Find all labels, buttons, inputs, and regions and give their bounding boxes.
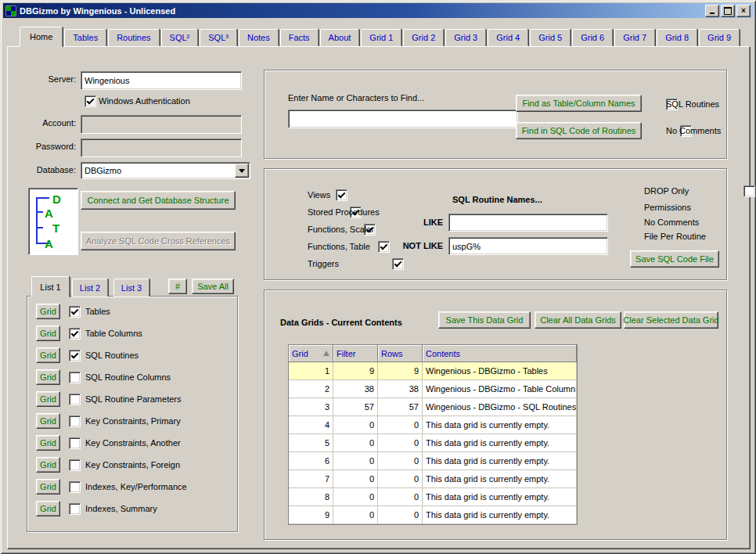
find-label: Enter Name or Characters to Find... xyxy=(288,93,424,103)
sql-routine-parameters-checkbox[interactable] xyxy=(69,394,81,405)
header-filter[interactable]: Filter xyxy=(333,345,378,362)
tab-tables[interactable]: Tables xyxy=(64,29,106,46)
password-input[interactable] xyxy=(81,138,242,157)
clear-all-data-grids-button[interactable]: Clear All Data Grids xyxy=(535,311,621,329)
triggers-label: Triggers xyxy=(308,259,339,269)
key-constraints-foreign-checkbox[interactable] xyxy=(69,459,81,471)
grid-button[interactable]: Grid xyxy=(36,326,60,341)
like-input[interactable] xyxy=(448,214,608,232)
sql-routines-checkbox[interactable] xyxy=(69,350,81,362)
table-row[interactable]: 5 0 0 This data grid is currently empty. xyxy=(289,434,577,452)
list-item-label: Key Constraints, Primary xyxy=(85,416,181,426)
tab-facts[interactable]: Facts xyxy=(280,29,319,46)
tab-list-2[interactable]: List 2 xyxy=(72,279,108,297)
tab-grid-4[interactable]: Grid 4 xyxy=(488,29,528,46)
grid-button[interactable]: Grid xyxy=(36,304,60,319)
cell-contents: This data grid is currently empty. xyxy=(423,506,577,524)
dropdown-arrow-button[interactable] xyxy=(235,164,249,178)
minimize-button[interactable] xyxy=(705,5,719,17)
table-row[interactable]: 7 0 0 This data grid is currently empty. xyxy=(289,470,577,488)
file-per-routine-label: File Per Routine xyxy=(644,232,706,242)
data-grid-table: Grid Filter Rows Contents 1 9 9 Wingenio… xyxy=(288,344,578,525)
not-like-input[interactable] xyxy=(448,237,608,255)
maximize-button[interactable] xyxy=(721,5,735,17)
server-input[interactable] xyxy=(81,71,242,90)
sort-ascending-icon xyxy=(323,351,329,356)
account-input[interactable] xyxy=(81,115,242,134)
tab-sql3[interactable]: SQL³ xyxy=(200,29,237,46)
tab-grid-2[interactable]: Grid 2 xyxy=(403,29,444,46)
tab-strip: Home Tables Routines SQL² SQL³ Notes Fac… xyxy=(20,28,741,47)
grid-button[interactable]: Grid xyxy=(36,391,60,407)
windows-auth-checkbox[interactable] xyxy=(85,95,96,107)
tab-sql2[interactable]: SQL² xyxy=(161,29,199,46)
table-row[interactable]: 1 9 9 Wingenious - DBGizmo - Tables xyxy=(289,362,577,380)
header-grid[interactable]: Grid xyxy=(289,345,333,362)
table-row[interactable]: 6 0 0 This data grid is currently empty. xyxy=(289,452,577,470)
grid-button[interactable]: Grid xyxy=(36,369,60,385)
key-constraints-another-checkbox[interactable] xyxy=(69,437,81,449)
account-label: Account: xyxy=(31,118,76,128)
save-all-button[interactable]: Save All xyxy=(192,279,234,294)
indexes-summary-checkbox[interactable] xyxy=(69,503,81,515)
table-row[interactable]: 4 0 0 This data grid is currently empty. xyxy=(289,416,577,434)
tab-grid-9[interactable]: Grid 9 xyxy=(699,29,740,46)
save-sql-code-button[interactable]: Save SQL Code File xyxy=(630,250,719,268)
like-label: LIKE xyxy=(380,218,443,228)
tab-about[interactable]: About xyxy=(320,29,360,46)
tab-grid-1[interactable]: Grid 1 xyxy=(361,29,401,46)
sql-routine-columns-checkbox[interactable] xyxy=(69,372,81,383)
windows-auth-label: Windows Authentication xyxy=(99,96,190,106)
save-this-data-grid-button[interactable]: Save This Data Grid xyxy=(438,311,531,329)
table-row[interactable]: 2 38 38 Wingenious - DBGizmo - Table Col… xyxy=(289,380,577,398)
window-title: DBGizmo by Wingenious - Unlicensed xyxy=(20,6,704,16)
indexes-key-performance-checkbox[interactable] xyxy=(69,481,81,493)
table-columns-checkbox[interactable] xyxy=(69,328,81,340)
table-row[interactable]: 3 57 57 Wingenious - DBGizmo - SQL Routi… xyxy=(289,398,577,416)
tab-home[interactable]: Home xyxy=(20,27,63,47)
database-select[interactable]: DBGizmo xyxy=(81,162,250,179)
tab-list-1[interactable]: List 1 xyxy=(31,276,70,297)
analyze-button[interactable]: Analyze SQL Code Cross References xyxy=(81,232,236,250)
cell-grid: 6 xyxy=(289,452,333,470)
find-input[interactable] xyxy=(288,110,518,128)
tab-grid-8[interactable]: Grid 8 xyxy=(657,29,697,46)
grid-button[interactable]: Grid xyxy=(36,457,60,473)
cell-filter: 38 xyxy=(333,380,378,398)
find-names-button[interactable]: Find as Table/Column Names xyxy=(516,95,642,112)
cell-rows: 0 xyxy=(378,434,423,452)
header-contents[interactable]: Contents xyxy=(423,345,577,362)
grid-button[interactable]: Grid xyxy=(36,501,60,516)
tab-notes[interactable]: Notes xyxy=(239,29,279,46)
grid-button[interactable]: Grid xyxy=(36,347,60,363)
tab-grid-5[interactable]: Grid 5 xyxy=(530,29,571,46)
views-checkbox[interactable] xyxy=(336,189,347,201)
hash-button[interactable]: # xyxy=(168,279,187,294)
grid-button[interactable]: Grid xyxy=(36,413,60,429)
grid-button[interactable]: Grid xyxy=(36,435,60,451)
triggers-checkbox[interactable] xyxy=(392,258,404,270)
list-item-label: SQL Routine Columns xyxy=(85,372,171,382)
find-code-button[interactable]: Find in SQL Code of Routines xyxy=(516,122,642,139)
tab-grid-6[interactable]: Grid 6 xyxy=(572,29,613,46)
drop-only-checkbox[interactable] xyxy=(743,185,755,197)
tab-routines[interactable]: Routines xyxy=(108,29,159,46)
cell-filter: 0 xyxy=(333,506,378,524)
cell-rows: 9 xyxy=(378,362,423,380)
key-constraints-primary-checkbox[interactable] xyxy=(69,416,81,427)
header-rows[interactable]: Rows xyxy=(378,345,423,362)
table-row[interactable]: 9 0 0 This data grid is currently empty. xyxy=(289,506,577,524)
tab-list-3[interactable]: List 3 xyxy=(113,279,149,297)
tables-checkbox[interactable] xyxy=(69,306,81,318)
close-button[interactable]: × xyxy=(736,5,751,17)
tab-grid-7[interactable]: Grid 7 xyxy=(614,29,655,46)
grid-button[interactable]: Grid xyxy=(36,479,60,495)
connect-button[interactable]: Connect and Get Database Structure xyxy=(81,191,236,210)
cell-grid: 2 xyxy=(289,380,333,398)
data-logo: D A T A xyxy=(28,188,78,255)
tab-grid-3[interactable]: Grid 3 xyxy=(445,29,486,46)
cell-grid: 7 xyxy=(289,470,333,488)
svg-text:D: D xyxy=(52,192,61,206)
table-row[interactable]: 8 0 0 This data grid is currently empty. xyxy=(289,488,577,506)
clear-selected-data-grid-button[interactable]: Clear Selected Data Grid xyxy=(624,311,718,329)
